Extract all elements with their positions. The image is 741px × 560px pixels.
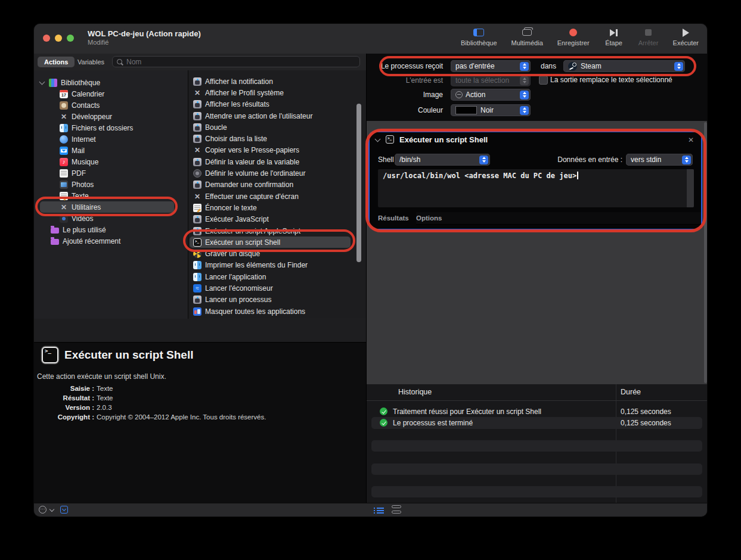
sidebar-item-mail[interactable]: Mail (34, 145, 188, 156)
shell-script-action-block[interactable]: Exécuter un script Shell ✕ Shell : /bin/… (370, 132, 701, 229)
history-row-empty[interactable] (371, 452, 702, 463)
close-window-button[interactable] (43, 35, 50, 42)
video-camera-icon (60, 214, 68, 223)
sidebar-item-texte[interactable]: Texte (34, 190, 188, 201)
toolbar-step-button[interactable]: Étape (604, 27, 624, 46)
history-row-empty[interactable] (371, 440, 702, 452)
field-value: Texte (97, 393, 113, 403)
toolbar-bibliotheque-button[interactable]: Bibliothèque (461, 27, 497, 46)
action-row[interactable]: Imprimer les éléments du Finder (188, 260, 366, 271)
pdf-document-icon (60, 169, 68, 178)
history-row-empty[interactable] (371, 429, 702, 440)
script-text[interactable]: /usr/local/bin/wol <adresse MAC du PC de… (383, 172, 684, 180)
shell-dropdown[interactable]: /bin/sh (395, 154, 490, 166)
output-replaces-checkbox[interactable] (539, 76, 548, 85)
minimize-window-button[interactable] (55, 35, 62, 42)
toolbar-record-button[interactable]: Enregistrer (557, 27, 590, 46)
action-row[interactable]: Lancer l'économiseur (188, 282, 366, 294)
action-row[interactable]: Boucle (188, 122, 366, 133)
sidebar-item-contacts[interactable]: Contacts (34, 99, 188, 111)
sidebar-item-le-plus-utilise[interactable]: Le plus utilisé (34, 224, 188, 235)
history-row-empty[interactable] (371, 463, 702, 475)
workflow-input-dropdown[interactable]: pas d'entrée (451, 60, 531, 72)
action-row[interactable]: Énoncer le texte (188, 202, 366, 213)
sidebar-item-internet[interactable]: Internet (34, 133, 188, 145)
tab-actions[interactable]: Actions (38, 57, 75, 67)
script-scrollbar[interactable] (687, 169, 694, 207)
toolbar-multimedia-button[interactable]: Multimédia (511, 27, 543, 46)
variables-toggle-icon[interactable] (60, 506, 68, 514)
stdin-dropdown[interactable]: vers stdin (626, 154, 693, 166)
log-list-view-icon[interactable] (374, 507, 384, 514)
description-title: Exécuter un script Shell (64, 349, 193, 362)
search-field[interactable] (112, 56, 360, 67)
titlebar: WOL PC-de-jeu (Action rapide) Modifié Bi… (34, 24, 707, 54)
sidebar-item-utilitaires[interactable]: Utilitaires (40, 201, 174, 213)
search-input[interactable] (125, 57, 359, 67)
sidebar-item-developpeur[interactable]: Développeur (34, 111, 188, 122)
dropdown-value: Steam (581, 62, 602, 70)
mail-icon (60, 147, 68, 155)
tab-variables[interactable]: Variables (77, 57, 104, 67)
action-row[interactable]: Afficher les résultats (188, 99, 366, 110)
toolbar-label: Multimédia (511, 39, 543, 46)
close-action-icon[interactable]: ✕ (688, 132, 694, 148)
zoom-window-button[interactable] (67, 35, 74, 42)
sidebar-item-videos[interactable]: Vidéos (34, 213, 188, 224)
sidebar-item-musique[interactable]: Musique (34, 156, 188, 167)
dropdown-value: Noir (480, 106, 494, 114)
sidebar-item-label: Calendrier (72, 90, 104, 98)
disclosure-chevron-icon[interactable] (39, 79, 45, 85)
action-label: Imprimer les éléments du Finder (205, 261, 308, 269)
input-scope-dropdown: toute la sélection (451, 74, 531, 86)
action-row[interactable]: Afficher le Profil système (188, 87, 366, 98)
action-row[interactable]: Définir la valeur de la variable (188, 156, 366, 167)
search-icon (117, 59, 122, 64)
actions-list-scrollbar[interactable] (356, 104, 361, 262)
log-panel-view-icon[interactable] (392, 505, 401, 514)
action-row[interactable]: Lancer l'application (188, 271, 366, 282)
action-row[interactable]: Afficher la notification (188, 76, 366, 87)
action-row[interactable]: Exécuter un script AppleScript (188, 225, 366, 237)
history-row[interactable]: Traitement réussi pour Exécuter un scrip… (371, 406, 702, 417)
action-row[interactable]: Effectuer une capture d'écran (188, 191, 366, 202)
action-row-execute-shell-script[interactable]: Exécuter un script Shell (190, 237, 351, 248)
sidebar-item-pdf[interactable]: PDF (34, 167, 188, 179)
steam-app-icon (568, 62, 577, 71)
script-editor[interactable]: /usr/local/bin/wol <adresse MAC du PC de… (378, 169, 694, 207)
sidebar-item-fichiers[interactable]: Fichiers et dossiers (34, 122, 188, 133)
action-row[interactable]: Demander une confirmation (188, 179, 366, 191)
sidebar-item-photos[interactable]: Photos (34, 179, 188, 190)
canvas-scrollbar[interactable] (704, 122, 707, 383)
tab-results[interactable]: Résultats (378, 212, 409, 224)
history-row-empty[interactable] (371, 475, 702, 486)
color-dropdown[interactable]: Noir (451, 104, 531, 116)
action-row[interactable]: Définir le volume de l'ordinateur (188, 167, 366, 179)
action-row[interactable]: Copier vers le Presse-papiers (188, 145, 366, 156)
tab-options[interactable]: Options (416, 212, 701, 225)
action-menu-icon[interactable] (39, 506, 46, 514)
image-dropdown[interactable]: Action (451, 89, 531, 101)
chevron-down-icon[interactable] (49, 507, 54, 512)
action-row[interactable]: Lancer un processus (188, 294, 366, 306)
history-row-empty[interactable] (371, 486, 702, 497)
action-row[interactable]: Exécuter JavaScript (188, 214, 366, 225)
sidebar-item-label: Vidéos (72, 214, 93, 223)
action-row[interactable]: Graver un disque (188, 248, 366, 259)
action-row[interactable]: Choisir dans la liste (188, 133, 366, 144)
sidebar-item-bibliotheque[interactable]: Bibliothèque (34, 77, 188, 88)
toolbar-run-button[interactable]: Exécuter (673, 27, 699, 46)
action-row[interactable]: Masquer toutes les applications (188, 306, 366, 317)
history-row[interactable]: Le processus est terminé 0,125 secondes (371, 417, 702, 428)
target-app-dropdown[interactable]: Steam (563, 60, 685, 72)
sidebar-item-ajoute-recemment[interactable]: Ajouté récemment (34, 235, 188, 247)
sidebar-item-calendrier[interactable]: Calendrier (34, 88, 188, 99)
input-is-label: L'entrée est (367, 74, 443, 86)
toolbar-stop-button: Arrêter (638, 27, 659, 46)
sidebar-item-label: Texte (72, 192, 89, 200)
collapse-chevron-icon[interactable] (375, 136, 381, 142)
action-row[interactable]: Attendre une action de l'utilisateur (188, 110, 366, 122)
workflow-receives-label: Le processus reçoit (367, 60, 443, 72)
automator-action-icon (193, 227, 201, 235)
automator-action-icon (193, 158, 201, 166)
